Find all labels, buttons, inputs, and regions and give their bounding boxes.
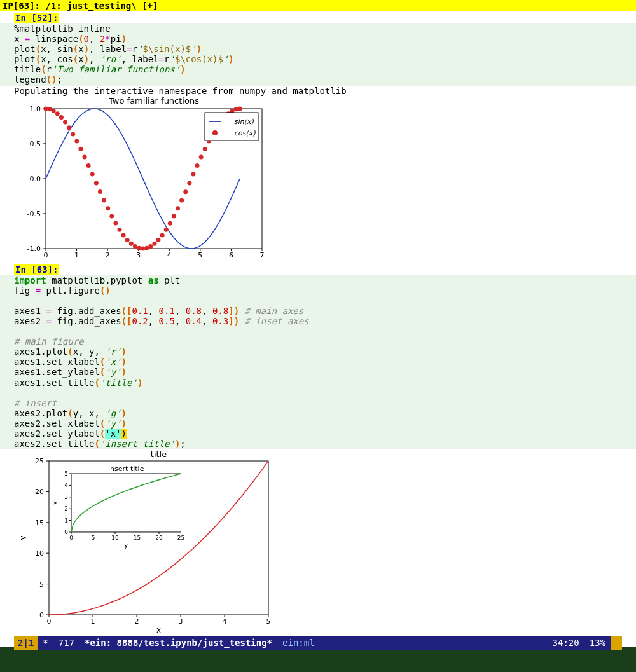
svg-point-52: [137, 245, 141, 250]
powerline-endcap: [611, 636, 622, 650]
svg-point-55: [148, 244, 153, 249]
svg-point-68: [199, 154, 204, 159]
svg-text:5: 5: [198, 251, 202, 259]
svg-text:title: title: [151, 449, 167, 459]
line-count: 717: [53, 638, 80, 648]
mode-line: 2|1 * 717 *ein: 8888/test.ipynb/just_tes…: [14, 636, 622, 650]
svg-text:5: 5: [64, 470, 68, 477]
svg-point-65: [187, 181, 191, 185]
svg-point-57: [156, 237, 161, 242]
svg-point-46: [113, 221, 118, 225]
svg-point-35: [71, 132, 75, 136]
svg-text:20: 20: [35, 488, 44, 497]
svg-text:0: 0: [64, 529, 68, 535]
svg-text:6: 6: [229, 251, 233, 259]
svg-point-48: [121, 233, 126, 237]
svg-point-49: [125, 237, 130, 242]
svg-text:2: 2: [135, 617, 139, 626]
svg-point-66: [191, 172, 195, 176]
svg-text:0.5: 0.5: [30, 140, 41, 148]
modified-indicator: *: [38, 638, 53, 648]
svg-point-60: [168, 221, 172, 225]
svg-text:3: 3: [179, 617, 183, 626]
svg-text:10: 10: [111, 535, 119, 541]
svg-text:x: x: [156, 626, 161, 634]
scroll-percent: 13%: [584, 638, 611, 648]
svg-point-39: [86, 163, 91, 167]
svg-point-62: [176, 206, 180, 210]
svg-point-43: [102, 198, 106, 202]
svg-text:3: 3: [64, 494, 68, 500]
svg-point-40: [90, 172, 95, 176]
svg-point-61: [172, 214, 176, 218]
svg-point-53: [141, 246, 145, 250]
svg-text:0: 0: [44, 251, 48, 259]
cell-output-text: Populating the interactive namespace fro…: [0, 86, 636, 96]
svg-point-59: [164, 227, 169, 231]
svg-point-28: [44, 106, 48, 111]
svg-text:7: 7: [260, 251, 265, 259]
svg-point-30: [52, 109, 56, 113]
svg-text:0: 0: [69, 535, 73, 541]
svg-point-82: [212, 130, 218, 135]
svg-text:-1.0: -1.0: [27, 245, 41, 253]
powerline-segment: 2|1: [14, 636, 38, 650]
svg-text:25: 25: [177, 535, 184, 541]
svg-point-77: [234, 107, 238, 111]
svg-text:2: 2: [64, 505, 68, 512]
svg-text:insert title: insert title: [108, 465, 144, 473]
svg-point-33: [63, 120, 67, 124]
svg-text:1: 1: [64, 518, 68, 524]
svg-point-38: [83, 154, 87, 159]
svg-text:1: 1: [91, 617, 95, 626]
svg-text:sin(x): sin(x): [234, 118, 254, 126]
svg-text:15: 15: [134, 535, 141, 541]
major-mode: ein:ml: [277, 638, 320, 648]
plot-two-familiar-functions: 01234567-1.0-0.50.00.51.0Two familiar fu…: [14, 96, 268, 261]
buffer-name: *ein: 8888/test.ipynb/just_testing*: [80, 638, 277, 648]
svg-point-34: [67, 125, 71, 130]
svg-point-29: [48, 107, 52, 111]
svg-text:4: 4: [223, 617, 227, 626]
svg-point-54: [144, 245, 149, 250]
svg-text:0: 0: [47, 617, 52, 626]
plot-title-inset: 0123450510152025titlexy0510152025012345i…: [14, 449, 275, 634]
svg-text:5: 5: [266, 617, 271, 626]
svg-point-44: [106, 206, 110, 210]
svg-text:2: 2: [106, 251, 110, 259]
window-titlebar: IP[63]: /1: just_testing\ [+]: [0, 0, 636, 11]
svg-text:y: y: [18, 536, 27, 540]
svg-text:-0.5: -0.5: [27, 210, 41, 218]
svg-text:x: x: [52, 501, 59, 505]
svg-text:3: 3: [136, 251, 141, 259]
svg-point-63: [179, 198, 184, 202]
cursor-position: 34:20: [548, 638, 584, 648]
svg-text:0: 0: [39, 611, 44, 619]
svg-point-42: [98, 189, 102, 194]
svg-point-47: [117, 227, 121, 231]
svg-text:20: 20: [155, 535, 163, 541]
svg-text:10: 10: [35, 549, 44, 558]
svg-point-64: [183, 189, 188, 194]
svg-text:1.0: 1.0: [30, 105, 41, 113]
code-block[interactable]: import matplotlib.pyplot as plt fig = pl…: [0, 275, 636, 450]
code-block[interactable]: %matplotlib inline x = linspace(0, 2*pi)…: [0, 23, 636, 86]
svg-text:5: 5: [39, 580, 44, 589]
svg-point-56: [152, 241, 156, 245]
cell-prompt: In [52]:: [14, 13, 59, 23]
svg-point-50: [129, 241, 134, 245]
svg-point-41: [94, 181, 99, 185]
svg-text:5: 5: [92, 535, 95, 541]
svg-point-32: [59, 115, 64, 120]
svg-point-67: [195, 163, 200, 167]
svg-point-45: [109, 214, 114, 218]
svg-point-37: [78, 146, 83, 151]
svg-text:4: 4: [64, 483, 68, 489]
editor-frame: IP[63]: /1: just_testing\ [+] In [52]: %…: [0, 0, 636, 647]
svg-text:y: y: [124, 542, 128, 549]
svg-text:Two familiar functions: Two familiar functions: [108, 96, 199, 106]
svg-point-31: [55, 111, 60, 116]
cell-prompt: In [63]:: [14, 264, 59, 275]
svg-point-36: [74, 139, 79, 143]
svg-point-69: [203, 146, 207, 151]
